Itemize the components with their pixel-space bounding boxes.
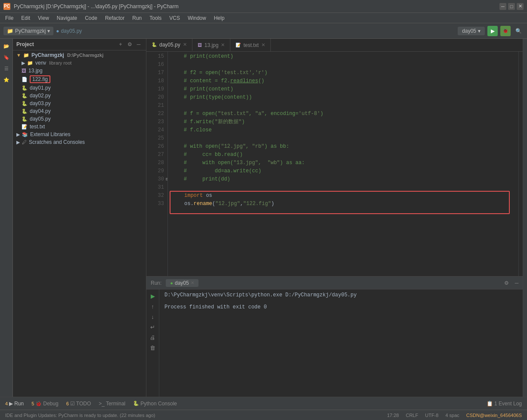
panel-settings-button[interactable]: ⚙ bbox=[126, 40, 133, 48]
bottom-toolbar: 4 ▶ Run 5 🐞 Debug 6 ☑ TODO >_ Terminal 🐍… bbox=[0, 397, 527, 410]
tab-13jpg[interactable]: 🖼 13.jpg ✕ bbox=[192, 39, 231, 51]
event-log-tool[interactable]: 📋 1 Event Log bbox=[483, 400, 525, 408]
tree-day04py[interactable]: 🐍 day04.py bbox=[13, 107, 146, 115]
tree-testtxt[interactable]: 📝 test.txt bbox=[13, 123, 146, 131]
tree-venv[interactable]: ▶ 📁 venv library root bbox=[13, 59, 146, 67]
debug-button[interactable]: 🐞 bbox=[500, 26, 511, 36]
tab-day05py[interactable]: 🐍 day05.py ✕ bbox=[146, 39, 192, 51]
tree-day03py[interactable]: 🐍 day03.py bbox=[13, 100, 146, 107]
venv-label: venv bbox=[35, 60, 46, 66]
sidebar-project-icon[interactable]: 📂 bbox=[1, 41, 12, 51]
main-layout: 📂 🔖 ☰ ⭐ Project + ⚙ ─ ▼ 📁 PyCharmgzkj D:… bbox=[0, 39, 527, 397]
run-tab-label: day05 bbox=[175, 280, 189, 286]
tab-testtxt-close[interactable]: ✕ bbox=[261, 42, 265, 48]
code-line-24: # f.close bbox=[171, 126, 515, 134]
tab-13jpg-close[interactable]: ✕ bbox=[221, 42, 225, 48]
tree-122fig[interactable]: 📄 122.fig bbox=[13, 75, 146, 84]
run-config-label: day05 bbox=[462, 28, 476, 34]
bottom-panel: Run: ● day05 ✕ ⚙ ─ ▶ ↑ ↓ ↵ 🖨 � bbox=[146, 276, 523, 397]
root-name: PyCharmgzkj bbox=[31, 52, 64, 58]
terminal-tool-button[interactable]: >_ Terminal bbox=[95, 400, 129, 408]
tab-testtxt[interactable]: 📝 test.txt ✕ bbox=[230, 39, 270, 51]
scroll-down-button[interactable]: ↓ bbox=[148, 312, 158, 321]
todo-tool-number: 6 bbox=[66, 401, 69, 406]
tab-jpg-icon: 🖼 bbox=[198, 43, 202, 47]
py-icon: 🐍 bbox=[22, 109, 28, 114]
trash-button[interactable]: 🗑 bbox=[148, 343, 158, 352]
scratches-chevron-icon: ▶ bbox=[16, 140, 20, 145]
external-libraries-label: External Libraries bbox=[30, 131, 70, 137]
file-panel-header: Project + ⚙ ─ bbox=[13, 39, 146, 50]
menu-run[interactable]: Run bbox=[129, 14, 145, 22]
scratches-icon: 🖊 bbox=[22, 140, 27, 145]
minimize-button[interactable]: ─ bbox=[499, 3, 506, 10]
code-line-30: # print(dd) bbox=[171, 175, 515, 184]
menu-window[interactable]: Window bbox=[184, 14, 210, 22]
code-line-31 bbox=[171, 184, 515, 192]
day05py-label: day05.py bbox=[30, 116, 51, 122]
menu-tools[interactable]: Tools bbox=[146, 14, 165, 22]
tree-scratches-consoles[interactable]: ▶ 🖊 Scratches and Consoles bbox=[13, 138, 146, 146]
menu-view[interactable]: View bbox=[34, 14, 53, 22]
python-console-tool-button[interactable]: 🐍 Python Console bbox=[130, 400, 180, 408]
sidebar-bookmark-icon[interactable]: 🔖 bbox=[1, 52, 12, 62]
menu-help[interactable]: Help bbox=[211, 14, 228, 22]
panel-actions: + ⚙ ─ bbox=[117, 40, 143, 48]
tree-day02py[interactable]: 🐍 day02.py bbox=[13, 92, 146, 100]
toolbar: 📁 PyCharmgzkj ▾ ● day05.py day05 ▾ ▶ 🐞 🔍 bbox=[0, 23, 527, 39]
fig-icon: 📄 bbox=[22, 77, 28, 82]
tree-external-libraries[interactable]: ▶ 📚 External Libraries bbox=[13, 131, 146, 138]
panel-minimize-button[interactable]: ─ bbox=[135, 40, 143, 48]
event-log-label: 1 Event Log bbox=[494, 401, 522, 407]
run-tool-number: 4 bbox=[5, 401, 8, 406]
menu-refactor[interactable]: Refactor bbox=[102, 14, 128, 22]
sidebar-structure-icon[interactable]: ☰ bbox=[1, 63, 12, 74]
code-content[interactable]: # print(content) # f2 = open('test.txt',… bbox=[168, 52, 518, 276]
run-button[interactable]: ▶ bbox=[487, 26, 498, 36]
tree-day05py[interactable]: 🐍 day05.py bbox=[13, 115, 146, 123]
run-config-selector[interactable]: day05 ▾ bbox=[458, 27, 485, 35]
todo-tool-button[interactable]: 6 ☑ TODO bbox=[63, 400, 95, 408]
tree-root[interactable]: ▼ 📁 PyCharmgzkj D:\PyCharmgzkj bbox=[13, 51, 146, 59]
tab-day05py-close[interactable]: ✕ bbox=[183, 42, 187, 47]
day02py-label: day02.py bbox=[30, 93, 51, 99]
menu-navigate[interactable]: Navigate bbox=[53, 14, 81, 22]
editor-scrollbar[interactable] bbox=[518, 52, 523, 276]
run-tab-close[interactable]: ✕ bbox=[191, 280, 194, 285]
maximize-button[interactable]: □ bbox=[508, 3, 515, 10]
encoding: UTF-8 bbox=[423, 413, 440, 418]
project-selector[interactable]: 📁 PyCharmgzkj ▾ bbox=[3, 27, 53, 35]
sidebar-favorites-icon[interactable]: ⭐ bbox=[1, 75, 12, 85]
menu-code[interactable]: Code bbox=[81, 14, 101, 22]
run-tab-day05[interactable]: ● day05 ✕ bbox=[166, 279, 198, 287]
code-line-16 bbox=[171, 61, 515, 69]
scratches-consoles-label: Scratches and Consoles bbox=[29, 139, 85, 145]
txt-icon: 📝 bbox=[22, 124, 28, 130]
wrap-button[interactable]: ↵ bbox=[148, 322, 158, 332]
tree-13jpg[interactable]: 🖼 13.jpg bbox=[13, 67, 146, 75]
122fig-label: 122.fig bbox=[30, 75, 50, 83]
python-console-icon: 🐍 bbox=[133, 401, 139, 406]
code-editor[interactable]: 15 16 17 18 19 20 21 22 23 24 25 26 27 2… bbox=[146, 52, 523, 276]
menu-vcs[interactable]: VCS bbox=[166, 14, 183, 22]
debug-tool-number: 5 bbox=[31, 401, 34, 406]
chevron-down-icon: ▾ bbox=[47, 28, 50, 34]
gear-icon[interactable]: ⚙ bbox=[502, 279, 511, 287]
debug-tool-button[interactable]: 5 🐞 Debug bbox=[28, 400, 62, 408]
scroll-up-button[interactable]: ↑ bbox=[148, 302, 158, 311]
editor-tabs: 🐍 day05.py ✕ 🖼 13.jpg ✕ 📝 test.txt ✕ bbox=[146, 39, 523, 52]
close-button[interactable]: ✕ bbox=[517, 3, 524, 10]
add-file-button[interactable]: + bbox=[117, 40, 124, 48]
code-line-21 bbox=[171, 102, 515, 110]
search-button[interactable]: 🔍 bbox=[513, 26, 524, 36]
menu-edit[interactable]: Edit bbox=[18, 14, 34, 22]
play-button[interactable]: ▶ bbox=[148, 291, 158, 301]
print-button[interactable]: 🖨 bbox=[148, 333, 158, 342]
right-panel-strip bbox=[523, 39, 527, 397]
tree-day01py[interactable]: 🐍 day01.py bbox=[13, 84, 146, 92]
bottom-tabs: Run: ● day05 ✕ ⚙ ─ bbox=[146, 277, 523, 289]
menu-file[interactable]: File bbox=[2, 14, 17, 22]
panel-minimize-icon[interactable]: ─ bbox=[512, 279, 521, 287]
event-log-button[interactable]: 📋 1 Event Log bbox=[483, 400, 525, 408]
run-tool-button[interactable]: 4 ▶ Run bbox=[2, 400, 27, 408]
